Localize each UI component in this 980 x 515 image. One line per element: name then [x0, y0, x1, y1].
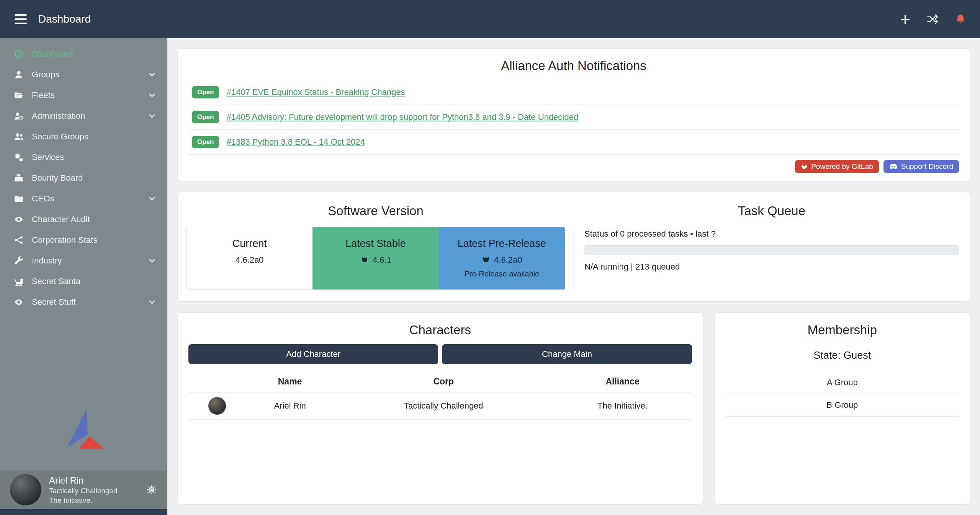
users-icon — [13, 131, 25, 142]
task-queue-title: Task Queue — [582, 194, 961, 225]
sidebar-item-fleets[interactable]: Fleets — [0, 85, 167, 106]
version-current-cell: Current 4.6.2a0 — [187, 227, 312, 289]
version-queue-card: Software Version Current 4.6.2a0 Latest … — [177, 192, 970, 302]
membership-card: Membership State: Guest A Group B Group — [715, 312, 970, 505]
sidebar-item-label: Dashboard — [32, 49, 73, 59]
gauge-icon — [13, 49, 25, 59]
sidebar-item-label: Services — [32, 152, 64, 162]
page-title: Dashboard — [38, 13, 91, 25]
sidebar-item-administration[interactable]: Administration — [0, 106, 167, 126]
add-character-button[interactable]: Add Character — [188, 344, 438, 364]
sidebar-item-secure-groups[interactable]: Secure Groups — [0, 126, 167, 147]
wrench-icon — [13, 255, 25, 266]
notification-link[interactable]: #1407 EVE Equinox Status - Breaking Chan… — [226, 87, 405, 97]
user-icon — [13, 69, 25, 80]
shuffle-icon[interactable] — [926, 13, 939, 25]
cash-register-icon — [13, 173, 25, 183]
sidebar-item-label: CEOs — [32, 194, 54, 204]
sidebar-item-label: Groups — [32, 70, 59, 80]
chevron-down-icon — [147, 194, 157, 203]
user-name: Ariel Rin — [49, 474, 118, 486]
version-stable-label: Latest Stable — [316, 238, 435, 250]
gear-icon[interactable] — [146, 484, 157, 495]
user-avatar — [10, 474, 41, 505]
table-header-corp: Corp — [334, 372, 553, 392]
table-header-portrait — [188, 372, 246, 392]
notification-link[interactable]: #1383 Python 3.8 EOL - 14 Oct 2024 — [226, 137, 365, 147]
character-corp: Tactically Challenged — [334, 392, 553, 420]
main-content: Alliance Auth Notifications Open #1407 E… — [167, 38, 980, 515]
notification-row: Open #1407 EVE Equinox Status - Breaking… — [188, 80, 959, 105]
list-item: B Group — [726, 394, 959, 417]
sidebar-item-ceos[interactable]: CEOs — [0, 188, 167, 209]
sidebar-item-label: Administration — [32, 111, 85, 121]
change-main-button[interactable]: Change Main — [442, 344, 692, 364]
task-queue-progress-bar — [584, 245, 959, 255]
folder-icon — [13, 193, 25, 204]
sidebar-item-bounty-board[interactable]: Bounty Board — [0, 168, 167, 188]
notifications-card: Alliance Auth Notifications Open #1407 E… — [177, 48, 970, 181]
character-avatar — [208, 397, 226, 415]
notification-link[interactable]: #1405 Advisory: Future development will … — [226, 112, 578, 122]
sidebar-item-industry[interactable]: Industry — [0, 250, 167, 271]
user-alliance: The Initiative. — [49, 496, 118, 505]
folder-open-icon — [13, 90, 25, 101]
notifications-title: Alliance Auth Notifications — [178, 49, 970, 80]
membership-title: Membership — [715, 313, 970, 344]
eye-icon — [13, 214, 25, 225]
top-navbar: Dashboard + — [0, 0, 980, 38]
sidebar-item-label: Secret Santa — [32, 276, 80, 286]
table-header-alliance: Alliance — [553, 372, 692, 392]
chevron-down-icon — [147, 298, 157, 307]
list-item: A Group — [726, 371, 959, 394]
bell-icon[interactable] — [955, 13, 966, 25]
notification-row: Open #1405 Advisory: Future development … — [188, 105, 959, 130]
gitlab-badge[interactable]: Powered by GitLab — [795, 160, 879, 173]
notification-row: Open #1383 Python 3.8 EOL - 14 Oct 2024 — [188, 130, 959, 155]
eye-icon — [13, 297, 25, 307]
task-queue-panel: Task Queue Status of 0 processed tasks •… — [574, 192, 970, 301]
alliance-logo — [60, 408, 108, 451]
sidebar-item-character-audit[interactable]: Character Audit — [0, 209, 167, 230]
prerelease-note: Pre-Release available — [443, 270, 561, 278]
characters-table: Name Corp Alliance Ariel Rin Tactically … — [188, 372, 692, 420]
task-queue-status: Status of 0 processed tasks • last ? — [584, 229, 959, 239]
user-gear-icon — [13, 111, 25, 121]
task-queue-summary: N/A running | 213 queued — [584, 262, 959, 272]
sleigh-icon — [13, 276, 25, 287]
discord-logo-icon — [889, 163, 898, 170]
sidebar-item-secret-stuff[interactable]: Secret Stuff — [0, 292, 167, 312]
sidebar-item-label: Industry — [32, 256, 62, 266]
hamburger-icon[interactable] — [14, 12, 28, 26]
share-nodes-icon — [13, 235, 25, 245]
sidebar-item-label: Corporation Stats — [32, 235, 97, 245]
table-row: Ariel Rin Tactically Challenged The Init… — [188, 392, 692, 420]
plus-icon[interactable]: + — [900, 10, 910, 28]
character-name: Ariel Rin — [246, 392, 334, 420]
version-prerelease-value: 4.6.2a0 — [494, 255, 522, 265]
version-current-label: Current — [190, 238, 309, 250]
sidebar-item-services[interactable]: Services — [0, 147, 167, 168]
sidebar-footer-strip — [0, 509, 167, 515]
sidebar-item-label: Secret Stuff — [32, 297, 76, 307]
sidebar-item-groups[interactable]: Groups — [0, 64, 167, 85]
discord-badge[interactable]: Support Discord — [883, 160, 959, 173]
status-badge: Open — [192, 136, 219, 148]
sidebar-item-dashboard[interactable]: Dashboard — [0, 44, 167, 64]
version-stable-cell: Latest Stable 4.6.1 — [312, 227, 438, 289]
characters-card: Characters Add Character Change Main Nam… — [177, 312, 703, 505]
membership-state: State: Guest — [715, 350, 970, 361]
software-version-panel: Software Version Current 4.6.2a0 Latest … — [178, 192, 574, 301]
sidebar-item-label: Bounty Board — [32, 173, 83, 183]
version-prerelease-label: Latest Pre-Release — [443, 238, 561, 250]
version-prerelease-cell: Latest Pre-Release 4.6.2a0 Pre-Release a… — [439, 227, 565, 289]
sidebar-item-secret-santa[interactable]: Secret Santa — [0, 271, 167, 292]
gitlab-tanuki-icon — [801, 163, 808, 170]
version-current-value: 4.6.2a0 — [236, 255, 263, 265]
sidebar-item-label: Secure Groups — [32, 132, 88, 142]
cat-icon — [360, 255, 369, 265]
chevron-down-icon — [147, 256, 157, 265]
software-version-title: Software Version — [186, 194, 565, 225]
sidebar-item-label: Fleets — [32, 90, 55, 100]
sidebar-item-corporation-stats[interactable]: Corporation Stats — [0, 230, 167, 250]
